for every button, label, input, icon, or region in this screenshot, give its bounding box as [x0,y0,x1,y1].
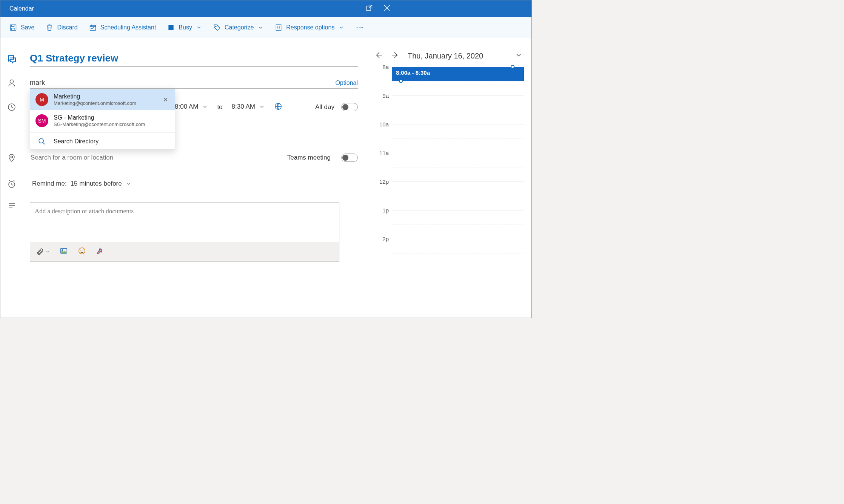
svg-point-4 [215,26,216,27]
more-button[interactable] [355,21,365,34]
svg-point-8 [362,27,363,28]
clock-icon [4,103,19,112]
svg-rect-1 [11,25,16,30]
insert-image-button[interactable] [60,247,68,257]
day-dropdown-button[interactable] [515,51,522,60]
svg-point-19 [83,250,83,250]
emoji-button[interactable] [78,247,86,257]
chevron-down-icon [196,25,202,31]
categorize-label: Categorize [225,24,254,31]
save-button[interactable]: Save [9,22,35,34]
end-time-dropdown[interactable]: 8:30 AM [229,101,267,113]
location-input[interactable] [30,152,196,163]
reminder-icon [4,180,19,189]
avatar: M [35,93,48,106]
scheduling-assistant-button[interactable]: Scheduling Assistant [88,22,157,34]
suggestion-item[interactable]: SM SG - Marketing SG-Marketing@qcontent.… [30,110,175,131]
svg-rect-3 [169,25,174,30]
location-icon [4,153,19,162]
svg-rect-5 [276,25,281,30]
end-time-value: 8:30 AM [232,103,255,111]
attendee-suggestions-popup: M Marketing Marketing@qcontent.onmicroso… [30,89,175,150]
suggestion-email: SG-Marketing@qcontent.onmicrosoft.com [54,121,145,128]
search-icon [35,137,48,146]
teams-toggle[interactable] [341,154,358,162]
reminder-dropdown[interactable]: Remind me: 15 minutes before [30,178,134,190]
close-icon[interactable] [383,4,391,14]
attach-button[interactable] [36,248,50,255]
avatar: SM [35,114,48,127]
search-directory-label: Search Directory [54,138,99,145]
person-icon [4,78,19,88]
chevron-down-icon [257,25,263,31]
suggestion-item[interactable]: M Marketing Marketing@qcontent.onmicroso… [30,89,175,110]
search-directory-button[interactable]: Search Directory [30,134,175,149]
allday-label: All day [315,103,334,111]
window-title: Calendar [9,5,34,12]
svg-point-10 [39,138,43,143]
formatting-button[interactable] [96,247,104,257]
hour-label: 2p [377,236,389,242]
scheduling-label: Scheduling Assistant [100,24,156,31]
svg-point-17 [79,248,85,254]
discard-button[interactable]: Discard [45,22,78,34]
hour-label: 10a [377,121,389,128]
description-icon [4,201,19,210]
save-label: Save [21,24,34,31]
event-time-label: 8:00a - 8:30a [396,69,430,76]
categorize-dropdown[interactable]: Categorize [213,22,264,34]
day-timeline[interactable]: 8a 8:00a - 8:30a 9a 10a 11a 12p 1p 2p [380,67,524,267]
resize-handle-top[interactable] [511,65,514,69]
chevron-down-icon [259,104,265,110]
response-options-dropdown[interactable]: Response options [274,22,345,34]
hour-label: 1p [377,207,389,214]
suggestion-name: Marketing [54,93,136,100]
svg-point-9 [10,80,14,83]
suggestion-name: SG - Marketing [54,114,145,121]
optional-link[interactable]: Optional [335,80,358,86]
hour-label: 11a [377,150,389,156]
popout-icon[interactable] [365,4,373,13]
hour-label: 8a [377,64,389,70]
chevron-down-icon [126,181,132,187]
reminder-value: 15 minutes before [71,180,122,187]
hour-label: 12p [377,178,389,185]
remove-suggestion-icon[interactable]: ✕ [162,95,169,105]
start-time-dropdown[interactable]: 8:00 AM [172,101,210,113]
resize-handle-bottom[interactable] [399,79,403,83]
response-label: Response options [286,24,334,31]
svg-point-18 [80,250,81,250]
chevron-down-icon [338,25,344,31]
command-toolbar: Save Discard Scheduling Assistant Busy C… [0,17,531,38]
reminder-label: Remind me: [32,180,67,187]
suggestion-email: Marketing@qcontent.onmicrosoft.com [54,100,136,106]
hour-label: 9a [377,92,389,99]
prev-day-button[interactable] [374,51,383,61]
start-time-value: 8:00 AM [175,103,198,111]
titlebar: Calendar [0,0,531,17]
svg-point-7 [359,27,360,28]
chevron-down-icon [202,104,208,110]
svg-point-6 [357,27,358,28]
to-label: to [217,103,222,111]
busy-dropdown[interactable]: Busy [166,22,203,34]
attendee-input[interactable] [30,79,183,87]
day-date-label: Thu, January 16, 2020 [408,52,483,60]
timezone-icon[interactable] [274,102,282,112]
teams-label: Teams meeting [287,154,331,161]
busy-label: Busy [179,24,192,31]
next-day-button[interactable] [391,51,399,61]
event-title-input[interactable] [30,51,358,67]
timeline-event[interactable]: 8:00a - 8:30a [392,67,524,81]
chat-icon [4,53,19,65]
discard-label: Discard [57,24,77,31]
allday-toggle[interactable] [341,103,358,111]
svg-point-13 [11,156,13,158]
